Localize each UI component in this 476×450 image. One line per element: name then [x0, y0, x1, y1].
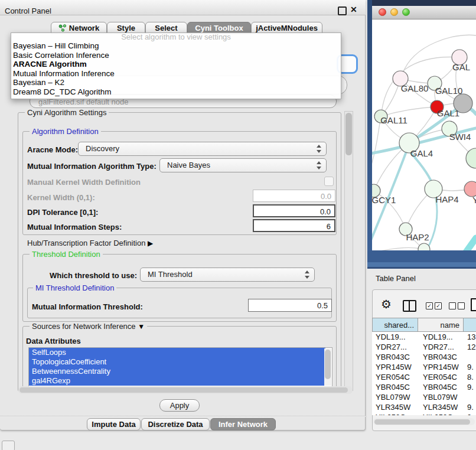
table-cell[interactable]: 8.	[464, 372, 476, 382]
screen: Control Panel ✕ NetworkStyleSelectCyni T…	[0, 0, 476, 450]
table-cell[interactable]: 9.	[464, 382, 476, 392]
table-cell[interactable]: 9.	[464, 362, 476, 372]
table-cell[interactable]: YBR043C	[372, 352, 418, 362]
table-body: YDL19...YDL19...13YDR27...YDR27...12YBR0…	[372, 332, 476, 415]
dropdown-placeholder: Select algorithm to view settings	[11, 33, 341, 41]
table-cell[interactable]: YBR045C	[372, 382, 418, 392]
table-panel-title: Table Panel	[376, 274, 416, 283]
table-cell[interactable]: YBR043C	[418, 352, 464, 362]
table-cell[interactable]: YIL052C	[372, 412, 418, 415]
table-cell[interactable]: YER054C	[372, 372, 418, 382]
table-row[interactable]: YER054CYER054C8.	[372, 372, 476, 382]
table-row[interactable]: YPR145WYPR145W9.	[372, 362, 476, 372]
dropdown-items: Bayesian – Hill ClimbingBasic Correlatio…	[11, 41, 341, 97]
select-all-checkbox-icon-2[interactable]: ✓	[435, 302, 442, 309]
column-header-shared[interactable]: shared...	[372, 318, 418, 332]
table-cell[interactable]: YBL079W	[372, 392, 418, 402]
table-cell[interactable]: YPR145W	[372, 362, 418, 372]
table-row[interactable]: YDL19...YDL19...13	[372, 332, 476, 342]
table-row[interactable]: YBR045CYBR045C9.	[372, 382, 476, 392]
table-cell[interactable]: 12	[464, 342, 476, 352]
gear-icon[interactable]: ⚙	[381, 297, 392, 311]
algorithm-option-aracne-algorithm[interactable]: ARACNE Algorithm	[11, 60, 341, 69]
table-row[interactable]: YBL079WYBL079W	[372, 392, 476, 402]
table-cell[interactable]: YBR045C	[418, 382, 464, 392]
column-layout-icon[interactable]	[403, 300, 416, 312]
table-cell[interactable]: YDR27...	[372, 342, 418, 352]
algorithm-option-basic-correlation-inference[interactable]: Basic Correlation Inference	[11, 51, 341, 60]
table-cell[interactable]: 13	[464, 332, 476, 342]
table-cell[interactable]: YIL052C	[418, 412, 464, 415]
table-cell[interactable]: YLR345W	[418, 402, 464, 412]
column-header-name[interactable]: name	[418, 318, 464, 332]
algorithm-option-bayesian-k2[interactable]: Bayesian – K2	[11, 78, 341, 87]
algorithm-option-mutual-information-inference[interactable]: Mutual Information Inference	[11, 69, 341, 79]
table-cell[interactable]: 9.	[464, 402, 476, 412]
table-cell[interactable]: YBL079W	[418, 392, 464, 402]
table-cell[interactable]	[464, 352, 476, 362]
table-cell[interactable]: YPR145W	[418, 362, 464, 372]
table-horizontal-scrollbar-thumb[interactable]	[374, 419, 470, 425]
algorithm-dropdown-list: Select algorithm to view settings Bayesi…	[11, 32, 341, 99]
table-cell[interactable]: YLR345W	[372, 402, 418, 412]
table-cell[interactable]	[464, 392, 476, 402]
table-row[interactable]: YBR043CYBR043C	[372, 352, 476, 362]
algorithm-option-bayesian-hill-climbing[interactable]: Bayesian – Hill Climbing	[11, 41, 341, 51]
table-row[interactable]: YDR27...YDR27...12	[372, 342, 476, 352]
table-cell[interactable]: YDL19...	[372, 332, 418, 342]
document-icon[interactable]	[471, 298, 476, 311]
table-cell[interactable]: YER054C	[418, 372, 464, 382]
deselect-checkbox-icon[interactable]	[449, 302, 456, 309]
table-row[interactable]: YIL052CYIL052C0.	[372, 412, 476, 415]
algorithm-option-dream8-dc-tdc-algorithm[interactable]: Dream8 DC_TDC Algorithm	[11, 87, 341, 97]
select-all-checkbox-icon[interactable]: ✓	[426, 302, 433, 309]
table-header: shared...name	[372, 318, 476, 332]
table-cell[interactable]: YDL19...	[418, 332, 464, 342]
deselect-checkbox-icon-2[interactable]	[458, 302, 465, 309]
table-cell[interactable]: YDR27...	[418, 342, 464, 352]
table-row[interactable]: YLR345WYLR345W9.	[372, 402, 476, 412]
table-cell[interactable]: 0.	[464, 412, 476, 415]
column-header-col2[interactable]	[464, 318, 476, 332]
